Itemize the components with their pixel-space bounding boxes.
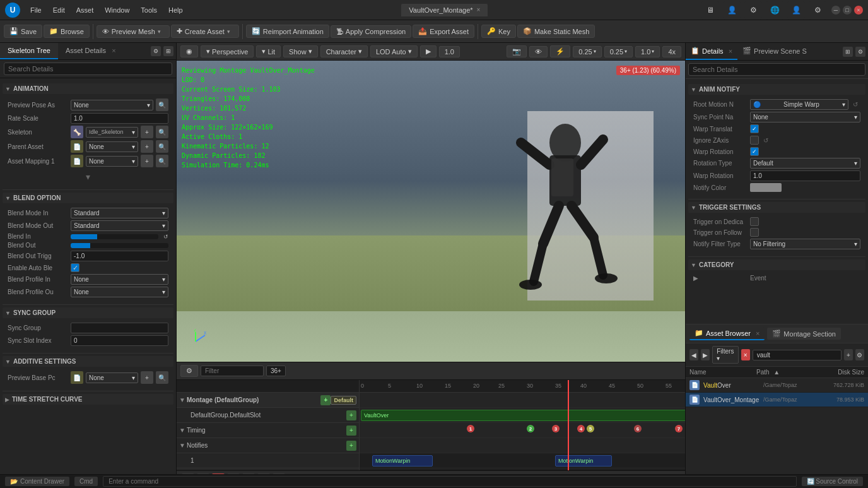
asset-filters-dropdown[interactable]: Filters ▾ [712,346,738,364]
reimport-button[interactable]: 🔄 Reimport Animation [246,25,329,38]
active-tab[interactable]: VaultOver_Montage* × [401,4,488,16]
asset-item-0[interactable]: 📄 VaultOver /Game/Topaz 762.728 KiB [686,378,868,393]
asset-browser-forward-button[interactable]: ▶ [701,349,710,360]
viewport-lod-btn[interactable]: LOD Auto ▾ [370,45,418,57]
toolbar-icon-2[interactable]: 👤 [723,1,741,19]
trigger-dedica-checkbox[interactable] [750,217,759,226]
menu-window[interactable]: Window [100,5,134,15]
skeleton-search-2[interactable]: 🔍 [156,126,168,138]
browse-button[interactable]: 📁 Browse [44,25,90,38]
notify-color-swatch[interactable] [750,183,782,192]
content-drawer-button[interactable]: 📂 Content Drawer [5,477,69,486]
timeline-tracks[interactable]: 0 5 10 15 20 25 30 35 40 45 50 55 [360,380,685,470]
slot-add-button[interactable]: + [346,410,356,420]
asset-details-close[interactable]: × [112,47,115,54]
tab-details[interactable]: 📋 Details × [686,43,737,60]
blend-mode-out-dropdown[interactable]: Standard▾ [71,220,168,231]
montage-add-button[interactable]: + [320,395,331,405]
viewport-reset-btn[interactable]: ◉ [180,45,198,57]
notify-filter-dropdown[interactable]: No Filtering ▾ [750,239,860,249]
asset-browser-settings-icon[interactable]: ⚙ [855,349,864,360]
warp-translation-checkbox[interactable]: ✓ [750,124,759,133]
time-stretch-header[interactable]: ▶ TIME STRETCH CURVE [3,394,173,405]
timing-marker-2[interactable]: 2 [527,425,534,432]
blend-mode-in-dropdown[interactable]: Standard▾ [71,208,168,218]
timing-marker-3[interactable]: 3 [552,425,560,432]
tab-skeleton-tree[interactable]: Skeleton Tree [0,43,58,59]
blend-in-reset-icon[interactable]: ↺ [163,234,168,240]
left-panel-grid-icon[interactable]: ⊞ [163,46,173,56]
timing-marker-4[interactable]: 4 [577,425,585,432]
left-search-input[interactable] [4,62,172,75]
vaultover-clip[interactable]: VaultOver [361,410,685,421]
asset-browser-tab[interactable]: 📁 Asset Browser × [689,327,765,340]
toolbar-icon-4[interactable]: 🌐 [766,1,783,19]
blend-out-trigg-input[interactable] [71,251,168,261]
maximize-button[interactable]: □ [843,6,852,15]
timeline-search-input[interactable] [201,366,264,376]
asset-browser-search-input[interactable] [753,350,842,360]
timing-expand-icon[interactable]: ▼ [179,427,187,434]
warp-rotation-val-input[interactable] [750,170,860,181]
toolbar-icon-6[interactable]: ⚙ [809,1,826,19]
timing-add-button[interactable]: + [346,426,356,436]
animation-expand-more-icon[interactable]: ▾ [86,172,90,182]
blend-option-header[interactable]: ▼ BLEND OPTION [3,193,173,203]
viewport-lit-btn[interactable]: ▾ Lit [256,45,281,57]
asset-mapping-search-2[interactable]: 🔍 [156,155,168,167]
left-panel-settings-icon[interactable]: ⚙ [151,46,161,56]
viewport-stat-1[interactable]: 📷 [507,45,527,57]
toolbar-icon-5[interactable]: 👤 [787,1,805,19]
viewport-perspective-btn[interactable]: ▾ Perspective [201,45,254,57]
close-button[interactable]: × [854,6,863,15]
skeleton-search-1[interactable]: + [141,126,153,138]
blend-profile-out-dropdown[interactable]: None▾ [71,287,168,297]
viewport-stat-5[interactable]: 0.25 ▾ [604,46,633,57]
menu-file[interactable]: File [25,5,47,15]
timing-marker-5[interactable]: 5 [587,425,594,432]
category-header[interactable]: ▼ CATEGORY [688,259,865,270]
create-asset-dropdown-icon[interactable]: ▾ [227,28,233,35]
toolbar-icon-1[interactable]: 🖥 [701,1,719,19]
create-asset-button[interactable]: ✚ Create Asset ▾ [171,25,239,38]
timeline-playhead[interactable] [568,380,569,470]
apply-compression-button[interactable]: 🗜 Apply Compression [331,25,411,38]
tab-asset-details[interactable]: Asset Details × [58,43,124,59]
viewport-stat-7[interactable]: 4x [662,46,681,57]
right-panel-grid-icon[interactable]: ⊞ [843,47,853,57]
timing-marker-7[interactable]: 7 [675,425,683,432]
preview-mesh-button[interactable]: 👁 Preview Mesh ▾ [97,25,170,38]
minimize-button[interactable]: ─ [831,6,840,15]
sync-slot-index-input[interactable] [71,335,168,346]
3d-viewport[interactable]: Reviewing Montage VaultOver_Montage LOD:… [177,61,685,362]
notifies-add-button[interactable]: + [346,441,356,451]
sync-point-dropdown[interactable]: None ▾ [750,112,860,122]
root-motion-reset-icon[interactable]: ↺ [850,100,860,110]
toolbar-icon-3[interactable]: ⚙ [744,1,762,19]
blend-profile-in-dropdown[interactable]: None▾ [71,274,168,285]
trigger-settings-header[interactable]: ▼ TRIGGER SETTINGS [688,202,865,213]
preview-base-search-1[interactable]: + [141,371,153,384]
warp-rotation-checkbox[interactable]: ✓ [750,147,759,156]
ignore-zaxis-checkbox[interactable] [750,136,759,145]
anim-notify-header[interactable]: ▼ ANIM NOTIFY [688,84,865,95]
timing-marker-1[interactable]: 1 [467,425,474,432]
asset-browser-add-icon[interactable]: + [844,349,853,360]
tab-close[interactable]: × [477,6,481,13]
sort-asc-icon[interactable]: ▲ [773,369,780,376]
additive-settings-header[interactable]: ▼ ADDITIVE SETTINGS [3,356,173,367]
parent-asset-dropdown[interactable]: None▾ [86,141,138,152]
viewport-stat-2[interactable]: 👁 [529,46,548,57]
asset-mapping-dropdown[interactable]: None▾ [86,156,138,167]
viewport-stat-3[interactable]: ⚡ [550,45,570,57]
root-motion-dropdown[interactable]: 🔵 Simple Warp ▾ [750,99,848,110]
right-search-input[interactable] [688,63,865,76]
timing-marker-6[interactable]: 6 [634,425,642,432]
menu-tools[interactable]: Tools [136,5,162,15]
preview-mesh-dropdown-icon[interactable]: ▾ [158,28,164,35]
asset-mapping-search-1[interactable]: + [141,155,153,167]
cmd-button[interactable]: Cmd [74,477,98,486]
details-tab-close[interactable]: × [729,47,732,55]
sync-group-header[interactable]: ▼ SYNC GROUP [3,307,173,318]
sync-group-name-input[interactable] [71,323,168,333]
